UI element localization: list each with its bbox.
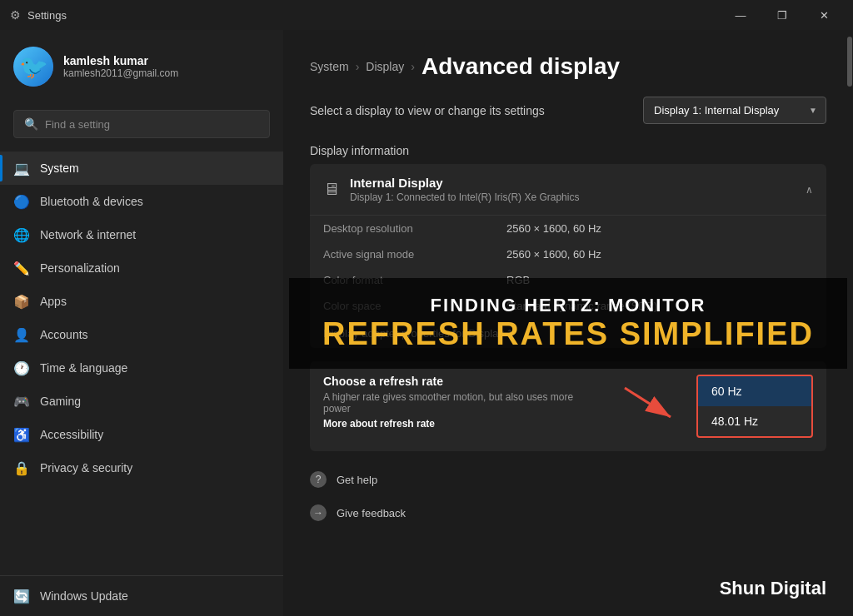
- sidebar-item-time[interactable]: 🕐 Time & language: [0, 351, 283, 385]
- sidebar-item-label: Accounts: [40, 328, 88, 341]
- info-value: 2560 × 1600, 60 Hz: [506, 222, 601, 235]
- scrollbar-thumb[interactable]: [847, 37, 852, 87]
- refresh-option-label: 60 Hz: [711, 385, 742, 398]
- svg-line-1: [625, 388, 671, 417]
- breadcrumb-system[interactable]: System: [310, 60, 349, 73]
- get-help-link[interactable]: ? Get help: [310, 464, 826, 494]
- apps-icon: 📦: [13, 293, 30, 310]
- sidebar-item-label: Personalization: [40, 261, 120, 275]
- sidebar-item-gaming[interactable]: 🎮 Gaming: [0, 385, 283, 418]
- info-value: RGB: [506, 274, 530, 286]
- display-title: Internal Display: [350, 176, 579, 190]
- sidebar-item-privacy[interactable]: 🔒 Privacy & security: [0, 451, 283, 484]
- chevron-up-icon: ∧: [806, 184, 813, 196]
- maximize-button[interactable]: ❐: [763, 2, 801, 28]
- user-name: kamlesh kumar: [63, 54, 178, 67]
- display-info-section: Display information 🖥 Internal Display D…: [310, 144, 826, 348]
- display-dropdown-value: Display 1: Internal Display: [654, 104, 779, 117]
- privacy-icon: 🔒: [13, 460, 30, 476]
- nav-list: 💻 System 🔵 Bluetooth & devices 🌐 Network…: [0, 152, 283, 575]
- sidebar-item-label: Network & internet: [40, 228, 136, 241]
- sidebar-item-system[interactable]: 💻 System: [0, 152, 283, 185]
- help-icon-symbol: ?: [316, 474, 322, 485]
- get-help-label: Get help: [337, 474, 377, 486]
- user-info: kamlesh kumar kamlesh2011@gmail.com: [63, 54, 178, 79]
- close-button[interactable]: ✕: [805, 2, 843, 28]
- breadcrumb-display[interactable]: Display: [366, 60, 404, 73]
- refresh-left: Choose a refresh rate A higher rate give…: [323, 375, 603, 430]
- red-arrow-svg: [616, 380, 683, 430]
- sidebar-item-accessibility[interactable]: ♿ Accessibility: [0, 418, 283, 451]
- monitor-icon: 🖥: [323, 180, 340, 199]
- display-info-card: 🖥 Internal Display Display 1: Connected …: [310, 164, 826, 348]
- bluetooth-icon: 🔵: [13, 193, 30, 210]
- bottom-links: ? Get help → Give feedback: [310, 464, 826, 528]
- refresh-option-48hz[interactable]: 48.01 Hz: [698, 406, 811, 436]
- sidebar-bottom: 🔄 Windows Update: [0, 575, 283, 616]
- sidebar-item-bluetooth[interactable]: 🔵 Bluetooth & devices: [0, 185, 283, 218]
- avatar-image: 🐦: [13, 47, 53, 87]
- time-icon: 🕐: [13, 360, 30, 376]
- accessibility-icon: ♿: [13, 426, 30, 443]
- refresh-rate-link[interactable]: More about refresh rate: [323, 418, 603, 430]
- chevron-down-icon: ▼: [809, 106, 817, 115]
- display-selector-row: Select a display to view or change its s…: [283, 97, 853, 144]
- breadcrumb: System › Display › Advanced display: [283, 30, 853, 97]
- titlebar-controls: — ❐ ✕: [721, 2, 843, 28]
- info-row-color-format: Color format RGB: [310, 267, 826, 293]
- sidebar-item-apps[interactable]: 📦 Apps: [0, 285, 283, 318]
- titlebar-title: Settings: [27, 9, 67, 22]
- search-input[interactable]: [45, 118, 259, 131]
- info-label: Desktop resolution: [323, 222, 506, 235]
- breadcrumb-sep-2: ›: [411, 60, 415, 73]
- info-value: Standard dynamic range (SDR): [506, 300, 657, 312]
- sidebar-item-label: Windows Update: [40, 589, 128, 603]
- user-email: kamlesh2011@gmail.com: [63, 67, 178, 79]
- personalization-icon: ✏️: [13, 260, 30, 276]
- user-profile[interactable]: 🐦 kamlesh kumar kamlesh2011@gmail.com: [0, 30, 283, 103]
- feedback-icon: →: [310, 504, 327, 521]
- app-container: 🐦 kamlesh kumar kamlesh2011@gmail.com 🔍 …: [0, 30, 853, 616]
- display-dropdown[interactable]: Display 1: Internal Display ▼: [643, 97, 826, 124]
- info-row-color-space: Color space Standard dynamic range (SDR): [310, 293, 826, 319]
- network-icon: 🌐: [13, 226, 30, 243]
- minimize-button[interactable]: —: [721, 2, 760, 28]
- display-selector-label: Select a display to view or change its s…: [310, 104, 545, 117]
- sidebar-item-accounts[interactable]: 👤 Accounts: [0, 318, 283, 351]
- display-header-info: Internal Display Display 1: Connected to…: [350, 176, 579, 203]
- adapter-properties-link[interactable]: Display adapter properties for Display 1: [310, 319, 826, 348]
- search-box: 🔍: [13, 110, 270, 138]
- sidebar-item-personalization[interactable]: ✏️ Personalization: [0, 251, 283, 285]
- system-icon: 💻: [13, 160, 30, 176]
- avatar: 🐦: [13, 47, 53, 87]
- refresh-title: Choose a refresh rate: [323, 375, 603, 388]
- feedback-icon-symbol: →: [313, 507, 323, 519]
- titlebar: ⚙ Settings — ❐ ✕: [0, 0, 853, 30]
- sidebar-item-label: Time & language: [40, 361, 127, 375]
- display-subtitle: Display 1: Connected to Intel(R) Iris(R)…: [350, 191, 579, 203]
- sidebar-item-network[interactable]: 🌐 Network & internet: [0, 218, 283, 251]
- display-header-row[interactable]: 🖥 Internal Display Display 1: Connected …: [310, 164, 826, 216]
- refresh-option-60hz[interactable]: 60 Hz: [698, 376, 811, 406]
- sidebar-item-label: Privacy & security: [40, 461, 132, 474]
- scrollbar-track[interactable]: [846, 30, 853, 616]
- refresh-option-label: 48.01 Hz: [711, 415, 758, 428]
- info-row-resolution: Desktop resolution 2560 × 1600, 60 Hz: [310, 216, 826, 241]
- sidebar-item-label: Gaming: [40, 395, 81, 408]
- settings-icon: ⚙: [10, 8, 21, 22]
- info-row-signal: Active signal mode 2560 × 1600, 60 Hz: [310, 241, 826, 267]
- watermark: Shun Digital: [720, 578, 826, 599]
- gaming-icon: 🎮: [13, 393, 30, 410]
- refresh-rate-section: Choose a refresh rate A higher rate give…: [310, 361, 826, 451]
- refresh-desc: A higher rate gives smoother motion, but…: [323, 391, 603, 415]
- info-value: 2560 × 1600, 60 Hz: [506, 248, 601, 261]
- titlebar-left: ⚙ Settings: [10, 8, 67, 22]
- info-label: Color space: [323, 300, 506, 312]
- give-feedback-link[interactable]: → Give feedback: [310, 498, 826, 528]
- sidebar: 🐦 kamlesh kumar kamlesh2011@gmail.com 🔍 …: [0, 30, 283, 616]
- accounts-icon: 👤: [13, 326, 30, 343]
- avatar-emoji: 🐦: [19, 53, 48, 81]
- sidebar-item-label: Apps: [40, 295, 67, 308]
- sidebar-item-windows-update[interactable]: 🔄 Windows Update: [0, 579, 283, 613]
- breadcrumb-sep-1: ›: [356, 60, 360, 73]
